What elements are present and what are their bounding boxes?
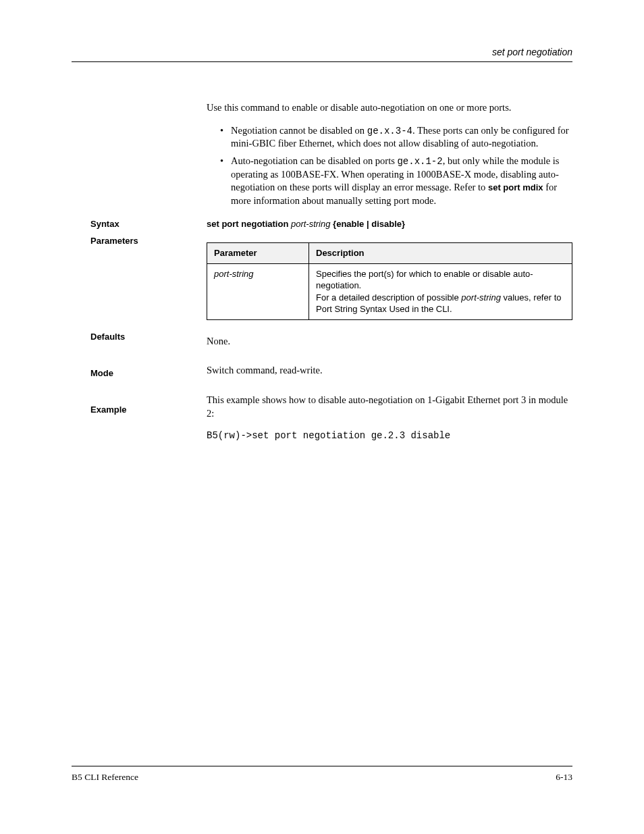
section-label-defaults: Defaults	[90, 332, 198, 342]
cmd-name: set port negotiation	[207, 219, 291, 229]
notes-list: Negotiation cannot be disabled on ge.x.3…	[207, 124, 572, 208]
defaults-text: None.	[207, 335, 572, 348]
note-text: Auto-negotiation can be disabled on port…	[231, 155, 397, 166]
page: set port negotiation Use this command to…	[0, 0, 644, 834]
section-label-example: Example	[90, 405, 198, 415]
note-text: Negotiation cannot be disabled on	[231, 125, 367, 136]
footer-page-number: 6-13	[556, 772, 572, 783]
list-item: Negotiation cannot be disabled on ge.x.3…	[220, 124, 572, 151]
intro-paragraph: Use this command to enable or disable au…	[207, 101, 572, 115]
header-rule	[72, 61, 572, 62]
header-command-title: set port negotiation	[0, 47, 644, 57]
content-area: Use this command to enable or disable au…	[207, 101, 572, 452]
port-code: ge.x.1-2	[397, 156, 442, 167]
table-header: Description	[309, 243, 572, 264]
table-row: port-string Specifies the port(s) for wh…	[207, 263, 572, 319]
cmd-options: {enable | disable}	[330, 219, 405, 229]
desc-ital: port-string	[461, 292, 501, 303]
syntax-command: set port negotiation port-string {enable…	[207, 217, 572, 231]
desc-text: For a detailed description of possible	[316, 292, 461, 303]
parameters-table-wrap: Parameter Description port-string Specif…	[207, 242, 572, 320]
port-code: ge.x.3-4	[367, 126, 412, 136]
page-header: set port negotiation	[0, 47, 644, 62]
example-code: B5(rw)->set port negotiation ge.2.3 disa…	[207, 429, 572, 442]
table-cell-param: port-string	[207, 263, 309, 319]
desc-text: Specifies the port(s) for which to enabl…	[316, 269, 533, 291]
footer-rule	[72, 766, 572, 766]
footer-doc-title: B5 CLI Reference	[72, 772, 138, 783]
param-name: port-string	[214, 269, 254, 279]
xref-link[interactable]: set port mdix	[488, 182, 543, 192]
table-header: Parameter	[207, 243, 309, 264]
mode-text: Switch command, read-write.	[207, 364, 572, 377]
section-label-syntax: Syntax	[90, 219, 198, 229]
example-text: This example shows how to disable auto-n…	[207, 394, 572, 420]
footer-row: B5 CLI Reference 6-13	[0, 772, 644, 783]
list-item: Auto-negotiation can be disabled on port…	[220, 155, 572, 208]
table-cell-desc: Specifies the port(s) for which to enabl…	[309, 263, 572, 319]
parameters-table: Parameter Description port-string Specif…	[207, 242, 572, 320]
xref-link[interactable]: Port String Syntax Used in the CLI	[316, 304, 450, 314]
page-footer: B5 CLI Reference 6-13	[0, 766, 644, 783]
section-label-parameters: Parameters	[90, 236, 198, 246]
desc-text: values, refer to	[501, 292, 562, 303]
cmd-arg: port-string	[291, 219, 331, 229]
section-label-mode: Mode	[90, 368, 198, 378]
table-header-row: Parameter Description	[207, 243, 572, 264]
